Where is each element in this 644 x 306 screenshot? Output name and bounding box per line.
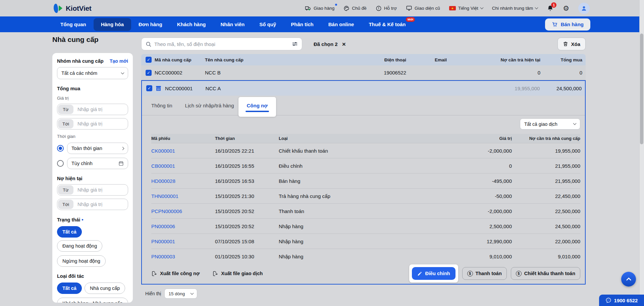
transactions-table-header: Mã phiếu Thời gian Loại Giá trị Nợ cần t… bbox=[151, 134, 580, 143]
voucher-link[interactable]: PN000001 bbox=[151, 239, 175, 244]
purchase-to-input[interactable]: Tới Nhập giá trị bbox=[57, 118, 128, 130]
col-type: Loại bbox=[279, 136, 419, 141]
select-all-checkbox[interactable] bbox=[146, 57, 152, 63]
voucher-link[interactable]: CB000001 bbox=[151, 163, 175, 169]
nav-phan-tich[interactable]: Phân tích bbox=[283, 16, 321, 32]
notification-badge: 1 bbox=[551, 2, 556, 8]
transaction-filter-select[interactable]: Tất cả giao dịch bbox=[520, 118, 580, 130]
top-bar: KiotViet Giao hàng Chủ đề Hỗ trợ Giao di… bbox=[0, 0, 644, 16]
voucher-link[interactable]: THN000001 bbox=[151, 193, 178, 199]
calendar-icon bbox=[118, 161, 124, 166]
transaction-row: CB000001 16/10/2025 16:55 Điều chỉnh 0 2… bbox=[151, 158, 580, 173]
delivery-menu-item[interactable]: Giao hàng bbox=[305, 5, 334, 11]
scrollbar-thumb[interactable] bbox=[640, 34, 643, 144]
dollar-circle-icon bbox=[516, 271, 522, 276]
col-supplier-code: Mã nhà cung cấp bbox=[155, 57, 205, 62]
payment-discount-button[interactable]: Chiết khấu thanh toán bbox=[511, 267, 580, 280]
truck-icon bbox=[305, 5, 311, 11]
status-all-pill[interactable]: Tất cả bbox=[57, 226, 82, 238]
nav-hang-hoa[interactable]: Hàng hóa bbox=[94, 18, 131, 31]
nav-tong-quan[interactable]: Tổng quan bbox=[53, 16, 94, 32]
theme-menu-item[interactable]: Chủ đề bbox=[343, 5, 367, 11]
partner-type-label: Loại đối tác bbox=[57, 273, 128, 279]
supplier-row-ncc000002[interactable]: NCC000002 NCC B 19006522 0 0 bbox=[141, 65, 586, 80]
chevron-down-icon bbox=[480, 6, 483, 9]
kiotviet-logo[interactable]: KiotViet bbox=[53, 3, 92, 13]
nav-thue-ke-toan[interactable]: Thuế & Kế toánMới bbox=[361, 16, 413, 32]
group-select[interactable]: Tất cả các nhóm bbox=[57, 67, 128, 79]
debt-from-input[interactable]: Từ Nhập giá trị bbox=[57, 184, 128, 196]
monitor-icon bbox=[406, 5, 412, 11]
supplier-row-ncc000001[interactable]: NCC000001 NCC A 19,955,000 24,500,000 bbox=[142, 81, 585, 96]
export-transactions-file-button[interactable]: Xuất file giao dịch bbox=[212, 271, 263, 276]
transaction-row: PN000001 07/10/2025 15:08 Nhập hàng 12,9… bbox=[151, 234, 580, 249]
chat-icon bbox=[605, 297, 611, 303]
filter-sliders-icon[interactable] bbox=[292, 41, 298, 47]
export-debt-file-button[interactable]: Xuất file công nợ bbox=[151, 271, 200, 276]
settings-button[interactable] bbox=[563, 5, 569, 12]
voucher-link[interactable]: PCPN000006 bbox=[151, 208, 182, 214]
voucher-link[interactable]: PN000006 bbox=[151, 223, 175, 229]
detail-tabs: Thông tin Lịch sử nhập/trả hàng Công nợ bbox=[142, 96, 585, 115]
scrollbar-track[interactable] bbox=[639, 0, 644, 306]
voucher-link[interactable]: CK000001 bbox=[151, 148, 175, 154]
user-avatar[interactable] bbox=[578, 3, 590, 14]
nav-so-quy[interactable]: Sổ quỹ bbox=[252, 16, 283, 32]
transaction-row: CK000001 16/10/2025 22:21 Chiết khấu tha… bbox=[151, 143, 580, 158]
transaction-row: PN000006 15/10/2025 20:52 Nhập hàng 2,50… bbox=[151, 218, 580, 234]
search-icon bbox=[146, 41, 151, 47]
tab-cong-no[interactable]: Công nợ bbox=[247, 103, 268, 108]
old-ui-menu-item[interactable]: Giao diện cũ bbox=[406, 5, 440, 11]
palette-icon bbox=[343, 5, 350, 11]
adjust-button-spotlight: Điều chỉnh bbox=[409, 264, 458, 283]
voucher-link[interactable]: PN000003 bbox=[151, 254, 175, 259]
nav-khach-hang[interactable]: Khách hàng bbox=[170, 16, 213, 32]
person-icon bbox=[581, 5, 587, 12]
row-checkbox[interactable] bbox=[146, 70, 152, 76]
scroll-to-top-button[interactable] bbox=[621, 272, 636, 287]
delete-button[interactable]: Xóa bbox=[557, 38, 586, 50]
list-footer: Hiển thị 15 dòng bbox=[141, 289, 586, 299]
chevron-down-icon bbox=[535, 6, 538, 9]
hotline-button[interactable]: 1900 6522 bbox=[599, 295, 644, 306]
theme-label: Chủ đề bbox=[352, 6, 367, 11]
partner-supplier-pill[interactable]: Nhà cung cấp bbox=[85, 283, 125, 294]
col-value: Giá trị bbox=[419, 136, 517, 141]
search-placeholder: Theo mã, tên, số điện thoại bbox=[154, 41, 289, 47]
search-input[interactable]: Theo mã, tên, số điện thoại bbox=[141, 38, 302, 50]
create-group-link[interactable]: Tạo mới bbox=[110, 58, 128, 64]
partner-customer-supplier-pill[interactable]: Khách hàng - Nhà cung cấp bbox=[57, 298, 128, 303]
tab-lich-su-nhap-tra-hang[interactable]: Lịch sử nhập/trả hàng bbox=[185, 103, 234, 108]
main-nav: Tổng quan Hàng hóa Đơn hàng Khách hàng N… bbox=[0, 16, 644, 32]
custom-time-radio[interactable] bbox=[57, 160, 64, 167]
nav-don-hang[interactable]: Đơn hàng bbox=[131, 16, 170, 32]
voucher-link[interactable]: HD000028 bbox=[151, 178, 175, 184]
partner-all-pill[interactable]: Tất cả bbox=[57, 283, 82, 294]
col-supplier-name: Tên nhà cung cấp bbox=[205, 57, 289, 62]
pay-button[interactable]: Thanh toán bbox=[462, 267, 507, 280]
all-time-button[interactable]: Toàn thời gian bbox=[67, 143, 128, 154]
clear-selection-icon[interactable] bbox=[342, 41, 346, 47]
nav-nhan-vien[interactable]: Nhân viên bbox=[213, 16, 252, 32]
debt-to-input[interactable]: Tới Nhập giá trị bbox=[57, 199, 128, 210]
chevron-up-icon bbox=[626, 277, 631, 283]
old-ui-label: Giao diện cũ bbox=[415, 6, 440, 11]
purchase-from-input[interactable]: Từ Nhập giá trị bbox=[57, 104, 128, 115]
language-selector[interactable]: Tiếng Việt bbox=[449, 6, 483, 11]
all-time-radio[interactable] bbox=[57, 145, 64, 152]
tab-thong-tin[interactable]: Thông tin bbox=[151, 103, 172, 108]
status-active-pill[interactable]: Đang hoạt động bbox=[57, 240, 102, 252]
export-file-icon bbox=[212, 271, 218, 276]
transactions-table: Mã phiếu Thời gian Loại Giá trị Nợ cần t… bbox=[151, 134, 580, 264]
support-menu-item[interactable]: Hỗ trợ bbox=[376, 5, 397, 11]
notifications-button[interactable]: 1 bbox=[547, 5, 554, 12]
row-checkbox[interactable] bbox=[146, 85, 152, 91]
nav-ban-online[interactable]: Bán online bbox=[321, 16, 362, 32]
adjust-button[interactable]: Điều chỉnh bbox=[412, 267, 455, 280]
kiotviet-logo-icon bbox=[53, 3, 63, 13]
branch-selector[interactable]: Chi nhánh trung tâm bbox=[492, 6, 538, 11]
custom-time-button[interactable]: Tùy chỉnh bbox=[67, 158, 128, 169]
page-size-select[interactable]: 15 dòng bbox=[164, 289, 197, 299]
status-inactive-pill[interactable]: Ngừng hoạt động bbox=[57, 255, 106, 267]
sell-button[interactable]: Bán hàng bbox=[545, 18, 590, 31]
